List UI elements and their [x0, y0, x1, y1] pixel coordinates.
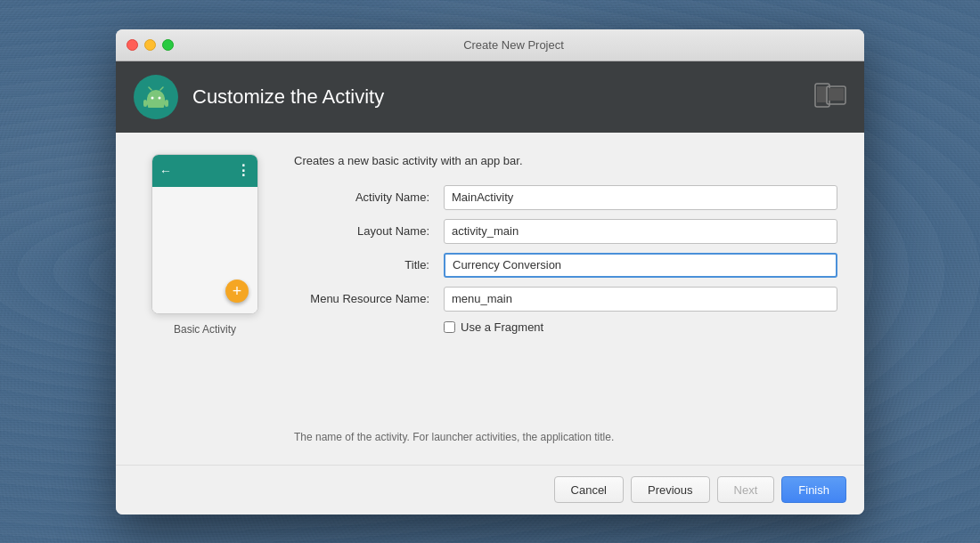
menu-resource-input[interactable]: [444, 287, 837, 312]
finish-button[interactable]: Finish: [781, 476, 846, 503]
svg-rect-7: [143, 100, 147, 107]
close-button[interactable]: [127, 39, 138, 51]
use-fragment-label: Use a Fragment: [461, 320, 543, 334]
android-logo: [134, 75, 178, 119]
layout-name-input[interactable]: [444, 219, 837, 244]
description-text: Creates a new basic activity with an app…: [294, 154, 837, 167]
previous-button[interactable]: Previous: [631, 476, 710, 503]
device-icon: [814, 82, 846, 112]
hint-text: The name of the activity. For launcher a…: [294, 417, 837, 443]
content-area: ← ⋮ + Basic Activity Creates a new basic…: [116, 133, 864, 465]
fab-button: +: [225, 280, 249, 303]
traffic-lights: [127, 39, 174, 51]
phone-toolbar: ← ⋮: [152, 155, 257, 187]
menu-resource-label: Menu Resource Name:: [294, 292, 437, 305]
svg-rect-8: [165, 100, 168, 107]
footer: Cancel Previous Next Finish: [116, 465, 864, 515]
title-input[interactable]: [444, 253, 837, 278]
title-label: Title:: [294, 258, 437, 272]
window-title: Create New Project: [174, 38, 853, 52]
android-icon: [142, 83, 170, 111]
minimize-button[interactable]: [144, 39, 156, 51]
use-fragment-row: Use a Fragment: [444, 320, 837, 334]
right-panel: Creates a new basic activity with an app…: [294, 154, 837, 443]
next-button[interactable]: Next: [717, 476, 775, 503]
svg-rect-12: [829, 88, 844, 101]
maximize-button[interactable]: [162, 39, 174, 51]
svg-point-3: [159, 96, 161, 99]
overflow-menu-icon: ⋮: [236, 162, 250, 179]
svg-line-5: [160, 87, 163, 90]
activity-name-label: Activity Name:: [294, 190, 437, 204]
header-title: Customize the Activity: [192, 85, 384, 109]
layout-name-label: Layout Name:: [294, 224, 437, 238]
cancel-button[interactable]: Cancel: [554, 476, 624, 503]
svg-rect-6: [148, 100, 164, 108]
form: Activity Name: Layout Name: Title: Menu …: [294, 185, 837, 334]
activity-name-input[interactable]: [444, 185, 837, 210]
use-fragment-checkbox[interactable]: [444, 321, 455, 333]
back-arrow-icon: ←: [159, 164, 172, 178]
title-bar: Create New Project: [116, 29, 864, 61]
svg-rect-10: [817, 86, 828, 102]
svg-point-2: [151, 96, 154, 99]
main-window: Create New Project Customize the Act: [116, 29, 864, 515]
left-panel: ← ⋮ + Basic Activity: [143, 154, 267, 443]
phone-mockup: ← ⋮ +: [151, 154, 258, 314]
activity-type-label: Basic Activity: [174, 323, 236, 336]
header: Customize the Activity: [116, 61, 864, 133]
svg-line-4: [149, 87, 151, 90]
